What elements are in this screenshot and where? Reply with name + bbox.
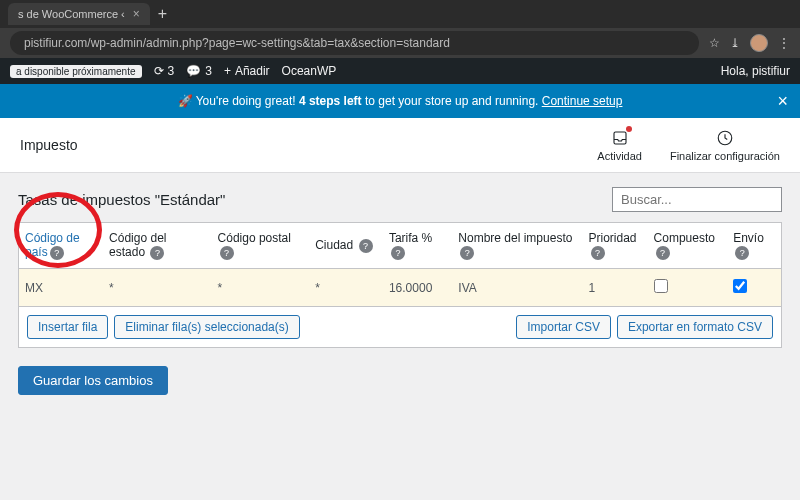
theme-menu[interactable]: OceanWP <box>282 64 337 78</box>
compound-checkbox[interactable] <box>654 279 668 293</box>
browser-tab[interactable]: s de WooCommerce ‹ × <box>8 3 150 25</box>
content-area: Tasas de impuestos "Estándar" Código de … <box>0 173 800 409</box>
continue-setup-link[interactable]: Continue setup <box>542 94 623 108</box>
col-postal: Código postal <box>218 231 291 245</box>
tax-rates-table: Código de país? Código del estado ? Códi… <box>18 222 782 307</box>
banner-text: 🚀 You're doing great! 4 steps left to ge… <box>178 94 623 108</box>
greeting-text[interactable]: Hola, pistifiur <box>721 64 790 78</box>
help-icon[interactable]: ? <box>220 246 234 260</box>
cell-priority[interactable]: 1 <box>583 269 648 307</box>
updates-count: 3 <box>168 64 175 78</box>
comments-menu[interactable]: 💬 3 <box>186 64 212 78</box>
new-tab-button[interactable]: + <box>158 5 167 23</box>
cell-rate[interactable]: 16.0000 <box>383 269 452 307</box>
wp-admin-bar: a disponible próximamente ⟳ 3 💬 3 + Añad… <box>0 58 800 84</box>
add-new-label: Añadir <box>235 64 270 78</box>
setup-banner: 🚀 You're doing great! 4 steps left to ge… <box>0 84 800 118</box>
comments-count: 3 <box>205 64 212 78</box>
activity-button[interactable]: Actividad <box>597 128 642 162</box>
download-icon[interactable]: ⤓ <box>730 36 740 50</box>
help-icon[interactable]: ? <box>656 246 670 260</box>
search-input[interactable] <box>612 187 782 212</box>
help-icon[interactable]: ? <box>460 246 474 260</box>
section-title: Tasas de impuestos "Estándar" <box>18 191 225 208</box>
help-icon[interactable]: ? <box>735 246 749 260</box>
plus-icon: + <box>224 64 231 78</box>
insert-row-button[interactable]: Insertar fila <box>27 315 108 339</box>
cell-state[interactable]: * <box>103 269 211 307</box>
browser-url-bar: pistifiur.com/wp-admin/admin.php?page=wc… <box>0 28 800 58</box>
delete-row-button[interactable]: Eliminar fila(s) seleccionada(s) <box>114 315 299 339</box>
updates-menu[interactable]: ⟳ 3 <box>154 64 175 78</box>
cell-city[interactable]: * <box>309 269 383 307</box>
col-name: Nombre del impuesto <box>458 231 572 245</box>
page-title: Impuesto <box>20 137 78 153</box>
finalize-button[interactable]: Finalizar configuración <box>670 128 780 162</box>
comment-icon: 💬 <box>186 64 201 78</box>
import-csv-button[interactable]: Importar CSV <box>516 315 611 339</box>
cell-name[interactable]: IVA <box>452 269 582 307</box>
browser-tab-bar: s de WooCommerce ‹ × + <box>0 0 800 28</box>
add-new-menu[interactable]: + Añadir <box>224 64 270 78</box>
coming-soon-badge: a disponible próximamente <box>10 65 142 78</box>
help-icon[interactable]: ? <box>591 246 605 260</box>
page-subheader: Impuesto Actividad Finalizar configuraci… <box>0 118 800 173</box>
col-rate: Tarifa % <box>389 231 432 245</box>
help-icon[interactable]: ? <box>150 246 164 260</box>
browser-actions: ☆ ⤓ ⋮ <box>709 34 790 52</box>
cell-country[interactable]: MX <box>19 269 104 307</box>
menu-icon[interactable]: ⋮ <box>778 36 790 50</box>
col-priority: Prioridad <box>589 231 637 245</box>
cell-compound[interactable] <box>648 269 728 307</box>
svg-rect-0 <box>614 132 626 144</box>
table-row[interactable]: MX * * * 16.0000 IVA 1 <box>19 269 782 307</box>
url-field[interactable]: pistifiur.com/wp-admin/admin.php?page=wc… <box>10 31 699 55</box>
refresh-icon: ⟳ <box>154 64 164 78</box>
help-icon[interactable]: ? <box>50 246 64 260</box>
save-button[interactable]: Guardar los cambios <box>18 366 168 395</box>
cell-postal[interactable]: * <box>212 269 310 307</box>
finalize-label: Finalizar configuración <box>670 150 780 162</box>
profile-avatar[interactable] <box>750 34 768 52</box>
inbox-icon <box>610 128 630 148</box>
col-city: Ciudad <box>315 238 353 252</box>
cell-shipping[interactable] <box>727 269 781 307</box>
export-csv-button[interactable]: Exportar en formato CSV <box>617 315 773 339</box>
help-icon[interactable]: ? <box>391 246 405 260</box>
clock-icon <box>715 128 735 148</box>
shipping-checkbox[interactable] <box>733 279 747 293</box>
help-icon[interactable]: ? <box>359 239 373 253</box>
notification-dot <box>626 126 632 132</box>
close-icon[interactable]: × <box>777 91 788 112</box>
star-icon[interactable]: ☆ <box>709 36 720 50</box>
tab-title: s de WooCommerce ‹ <box>18 8 125 20</box>
close-icon[interactable]: × <box>133 7 140 21</box>
col-shipping: Envío <box>733 231 764 245</box>
table-actions-bar: Insertar fila Eliminar fila(s) seleccion… <box>18 307 782 348</box>
activity-label: Actividad <box>597 150 642 162</box>
col-compound: Compuesto <box>654 231 715 245</box>
